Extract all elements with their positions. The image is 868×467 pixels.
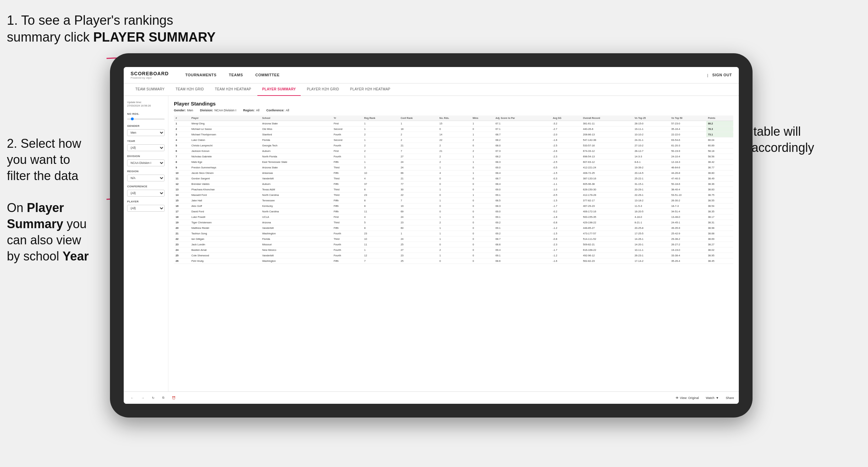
subnav-player-h2h-heatmap[interactable]: PLAYER H2H HEATMAP: [345, 84, 395, 96]
table-row[interactable]: 24 Bastien Amat New Mexico Fourth 1 27 2…: [174, 247, 733, 253]
cell-avg-sg: -2.5: [551, 159, 581, 165]
slider-thumb[interactable]: [131, 118, 134, 120]
cell-wins: 1: [471, 132, 494, 137]
ann2-text: 2. Select howyou want tofilter the dataO…: [7, 136, 89, 263]
conference-select[interactable]: (All): [127, 190, 165, 197]
table-row[interactable]: 17 David Ford North Carolina Fifth 11 69…: [174, 209, 733, 214]
cell-reg-rank: 23: [363, 231, 399, 236]
table-row[interactable]: 12 Brendan Valdes Auburn Fifth 37 77 0 0…: [174, 181, 733, 187]
cell-player: Luke Claton: [190, 137, 260, 143]
table-row[interactable]: 11 Gordon Sargent Vanderbilt Third 4 21 …: [174, 176, 733, 181]
table-row[interactable]: 20 Matthew Riedel Vanderbilt Fifth 8 60 …: [174, 225, 733, 231]
table-row[interactable]: 25 Cole Sherwood Vanderbilt Fourth 12 23…: [174, 253, 733, 258]
toolbar-refresh[interactable]: ↻: [150, 395, 157, 401]
toolbar-copy[interactable]: ⧉: [160, 395, 166, 401]
cell-yr: Fourth: [332, 154, 363, 159]
table-header: # Player School Yr Reg Rank Conf Rank No…: [174, 115, 733, 121]
cell-yr: First: [332, 148, 363, 154]
nav-teams[interactable]: TEAMS: [223, 67, 249, 84]
subnav-player-h2h-grid[interactable]: PLAYER H2H GRID: [302, 84, 344, 96]
cell-vs-top25: 13-18-2: [633, 198, 670, 203]
table-row[interactable]: 21 Tashiun Song Washington Fourth 23 1 1…: [174, 231, 733, 236]
table-row[interactable]: 22 Ian Gilligan Florida Third 10 24 1 0 …: [174, 236, 733, 242]
subnav-team-h2h-grid[interactable]: TEAM H2H GRID: [171, 84, 209, 96]
table-row[interactable]: 8 Mats Ege East Tennessee State Fifth 1 …: [174, 159, 733, 165]
player-select[interactable]: (All): [127, 205, 165, 212]
table-row[interactable]: 16 Alex Goff Kentucky Fifth 8 19 0 0 68.…: [174, 203, 733, 209]
table-row[interactable]: 10 Jacob Skov Olesen Arkansas Fifth 10 6…: [174, 170, 733, 176]
table-row[interactable]: 2 Michael Le Sasso Ole Miss Second 1 18 …: [174, 126, 733, 132]
cell-wins: 0: [471, 253, 494, 258]
toolbar-back[interactable]: ←: [129, 395, 136, 401]
table-row[interactable]: 4 Luke Claton Florida Second 1 2 22 2 68…: [174, 137, 733, 143]
cell-school: Arizona State: [260, 121, 332, 126]
no-rds-slider[interactable]: [127, 119, 165, 120]
subnav-team-h2h-heatmap[interactable]: TEAM H2H HEATMAP: [210, 84, 256, 96]
cell-player: Luke Powell: [190, 214, 260, 220]
table-row[interactable]: 14 Maxwell Ford North Carolina Third 23 …: [174, 192, 733, 198]
toolbar-share[interactable]: Share: [726, 396, 734, 400]
gender-select[interactable]: Men: [127, 129, 165, 136]
sign-out-link[interactable]: Sign out: [712, 73, 732, 78]
table-row[interactable]: 7 Nicholas Gabriele North Florida Fourth…: [174, 154, 733, 159]
cell-vs-top25: 28-15-0: [633, 121, 670, 126]
cell-school: North Florida: [260, 154, 332, 159]
cell-adj-score: 68.7: [494, 132, 551, 137]
table-row[interactable]: 9 Preston Summerhays Arizona State Third…: [174, 165, 733, 170]
table-row[interactable]: 19 Tiger Christensen Arizona Third 5 23 …: [174, 220, 733, 225]
cell-wins: 0: [471, 231, 494, 236]
table-row[interactable]: 26 Petr Hruby Washington Fifth 7 25 0 0 …: [174, 258, 733, 264]
player-label: Player: [127, 200, 165, 203]
cell-rank: 4: [174, 137, 190, 143]
subnav-player-summary[interactable]: PLAYER SUMMARY: [257, 84, 301, 96]
cell-vs-top25: 17-14-2: [633, 258, 670, 264]
cell-rank: 12: [174, 181, 190, 187]
division-select[interactable]: NCAA Division I: [127, 159, 165, 166]
cell-player: Mats Ege: [190, 159, 260, 165]
toolbar-watch[interactable]: Watch ▼: [706, 396, 719, 400]
share-label[interactable]: Share: [726, 396, 734, 400]
nav-committee[interactable]: COMMITTEE: [249, 67, 286, 84]
table-row[interactable]: 18 Luke Powell UCLA First 4 24 1 0 69.1 …: [174, 214, 733, 220]
table-row[interactable]: 5 Christo Lamprecht Georgia Tech Fourth …: [174, 143, 733, 148]
logo-scoreboard: SCOREBOARD: [131, 71, 169, 76]
table-row[interactable]: 1 Wenyi Ding Arizona State First 1 1 15 …: [174, 121, 733, 126]
cell-points: 36.77: [706, 165, 733, 170]
cell-adj-score: 67.3: [494, 148, 551, 154]
table-row[interactable]: 15 Jake Hall Tennessee Fifth 8 7 1 0 68.…: [174, 198, 733, 203]
table-row[interactable]: 3 Michael Thorbjornsen Stanford Fourth 2…: [174, 132, 733, 137]
cell-adj-score: 67.1: [494, 126, 551, 132]
toolbar-forward[interactable]: →: [139, 395, 146, 401]
table-row[interactable]: 6 Jackson Koivun Auburn First 2 7 21 2 6…: [174, 148, 733, 154]
cell-conf-rank: 77: [399, 181, 438, 187]
main-content: Update time: 27/03/2024 16:56:26 No Rds.…: [124, 96, 739, 391]
subnav-team-summary[interactable]: TEAM SUMMARY: [131, 84, 169, 96]
table-row[interactable]: 23 Jack Lundin Missouri Fourth 11 25 0 0…: [174, 242, 733, 247]
cell-yr: Fifth: [332, 225, 363, 231]
cell-vs-top25: 28-12-7: [633, 148, 670, 154]
cell-overall: 208-86-13: [581, 132, 633, 137]
cell-overall: 492-96-12: [581, 253, 633, 258]
toolbar-clock[interactable]: ⏰: [170, 395, 178, 401]
region-select[interactable]: N/A: [127, 175, 165, 181]
cell-school: Vanderbilt: [260, 225, 332, 231]
watch-label[interactable]: Watch: [706, 396, 714, 400]
cell-vs-top25: 8-21-1: [633, 220, 670, 225]
division-label: Division: [127, 155, 165, 158]
year-select[interactable]: (All): [127, 144, 165, 151]
region-control: Region N/A: [127, 170, 165, 181]
nav-tournaments[interactable]: TOURNAMENTS: [179, 67, 223, 84]
cell-avg-sg: -1.5: [551, 231, 581, 236]
cell-conf-rank: 60: [399, 225, 438, 231]
cell-school: Arkansas: [260, 170, 332, 176]
cell-overall: 467-29-23: [581, 203, 633, 209]
table-row[interactable]: 13 Phachara Khonchan Texas A&M Third 6 3…: [174, 187, 733, 192]
cell-points: 38.54: [706, 203, 733, 209]
cell-wins: 0: [471, 242, 494, 247]
cell-adj-score: 68.6: [494, 242, 551, 247]
cell-adj-score: 68.0: [494, 143, 551, 148]
cell-vs-top50: 50-19-9: [669, 148, 706, 154]
cell-adj-score: 68.7: [494, 176, 551, 181]
cell-vs-top25: 11-5-3: [633, 203, 670, 209]
cell-player: Brendan Valdes: [190, 181, 260, 187]
